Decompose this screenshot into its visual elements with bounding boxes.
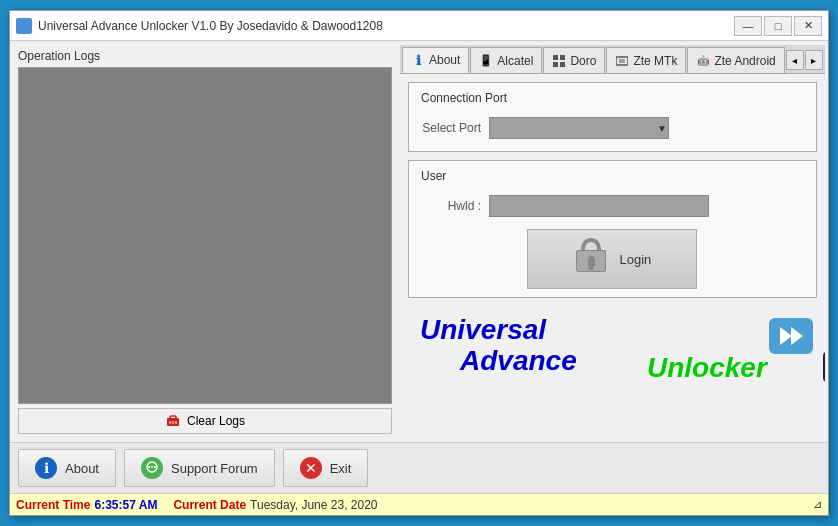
svg-rect-6 <box>560 55 565 60</box>
current-date-label: Current Date <box>173 498 246 512</box>
clear-logs-button[interactable]: Clear Logs <box>18 408 392 434</box>
bottom-buttons-bar: ℹ About Support Forum ✕ Exit <box>10 442 828 493</box>
tab-about[interactable]: ℹ About <box>402 47 469 73</box>
about-label: About <box>65 461 99 476</box>
login-label: Login <box>619 252 651 267</box>
current-date-value: Tuesday, June 23, 2020 <box>250 498 377 512</box>
logs-title: Operation Logs <box>18 49 392 63</box>
content-area: Operation Logs Clear Logs <box>10 41 828 442</box>
tab-prev-button[interactable]: ◂ <box>786 50 804 70</box>
window-title: Universal Advance Unlocker V1.0 By Josed… <box>38 19 734 33</box>
svg-marker-12 <box>780 327 792 345</box>
hwld-row: Hwld : <box>421 191 804 221</box>
exit-label: Exit <box>330 461 352 476</box>
clear-icon <box>165 414 181 428</box>
select-port-row: Select Port ▼ <box>421 113 804 143</box>
current-time-value: 6:35:57 AM <box>94 498 157 512</box>
tab-bar: ℹ About 📱 Alcatel <box>400 45 825 74</box>
tab-zte-android-label: Zte Android <box>714 54 775 68</box>
logs-area <box>18 67 392 404</box>
tab-alcatel-label: Alcatel <box>497 54 533 68</box>
svg-point-16 <box>151 466 153 468</box>
about-button[interactable]: ℹ About <box>18 449 116 487</box>
connection-port-title: Connection Port <box>421 91 804 105</box>
android-icon: 🤖 <box>696 54 710 68</box>
svg-rect-9 <box>616 57 628 65</box>
app-icon <box>16 18 32 34</box>
port-select-wrapper: ▼ <box>489 117 669 139</box>
hwld-input[interactable] <box>489 195 709 217</box>
tab-alcatel[interactable]: 📱 Alcatel <box>470 47 542 73</box>
user-section: User Hwld : Log <box>408 160 817 298</box>
svg-rect-1 <box>170 416 176 419</box>
current-time-label: Current Time <box>16 498 90 512</box>
about-icon: ℹ <box>35 457 57 479</box>
port-select[interactable] <box>489 117 669 139</box>
minimize-button[interactable]: — <box>734 16 762 36</box>
resize-handle: ⊿ <box>813 498 822 511</box>
tab-next-button[interactable]: ▸ <box>805 50 823 70</box>
tab-doro-label: Doro <box>570 54 596 68</box>
tab-doro[interactable]: Doro <box>543 47 605 73</box>
brand-universal: Universal <box>420 315 809 346</box>
forum-icon <box>141 457 163 479</box>
status-bar: Current Time 6:35:57 AM Current Date Tue… <box>10 493 828 515</box>
tab-zte-mtk[interactable]: Zte MTk <box>606 47 686 73</box>
main-window: Universal Advance Unlocker V1.0 By Josed… <box>9 10 829 516</box>
maximize-button[interactable]: □ <box>764 16 792 36</box>
svg-rect-7 <box>553 62 558 67</box>
svg-point-17 <box>154 466 156 468</box>
exit-button[interactable]: ✕ Exit <box>283 449 369 487</box>
branding-area: Universal Advance By Josedavido & Dawood… <box>408 306 817 386</box>
svg-rect-8 <box>560 62 565 67</box>
exit-icon: ✕ <box>300 457 322 479</box>
zte-mtk-icon <box>615 54 629 68</box>
info-icon: ℹ <box>411 53 425 67</box>
login-button[interactable]: Login <box>527 229 697 289</box>
left-panel: Operation Logs Clear Logs <box>10 41 400 442</box>
support-forum-label: Support Forum <box>171 461 258 476</box>
login-btn-container: Login <box>421 229 804 289</box>
connection-port-section: Connection Port Select Port ▼ <box>408 82 817 152</box>
support-forum-button[interactable]: Support Forum <box>124 449 275 487</box>
tab-content: Connection Port Select Port ▼ User <box>400 74 825 438</box>
svg-marker-13 <box>791 327 803 345</box>
lock-icon <box>573 238 609 280</box>
tab-zte-android[interactable]: 🤖 Zte Android <box>687 47 784 73</box>
svg-rect-5 <box>553 55 558 60</box>
phone-icon: 📱 <box>479 54 493 68</box>
titlebar: Universal Advance Unlocker V1.0 By Josed… <box>10 11 828 41</box>
brand-unlocker: Unlocker <box>647 352 767 384</box>
right-panel: ℹ About 📱 Alcatel <box>400 41 828 442</box>
hwld-label: Hwld : <box>421 199 481 213</box>
clear-logs-label: Clear Logs <box>187 414 245 428</box>
user-section-title: User <box>421 169 804 183</box>
forward-button[interactable] <box>769 318 813 354</box>
grid-icon <box>552 54 566 68</box>
brand-author: By Josedavido & Dawood1208 <box>823 352 825 382</box>
titlebar-controls: — □ ✕ <box>734 16 822 36</box>
tab-nav-buttons: ◂ ▸ <box>786 50 823 70</box>
select-port-label: Select Port <box>421 121 481 135</box>
tab-about-label: About <box>429 53 460 67</box>
tab-zte-mtk-label: Zte MTk <box>633 54 677 68</box>
svg-point-15 <box>148 466 150 468</box>
close-button[interactable]: ✕ <box>794 16 822 36</box>
